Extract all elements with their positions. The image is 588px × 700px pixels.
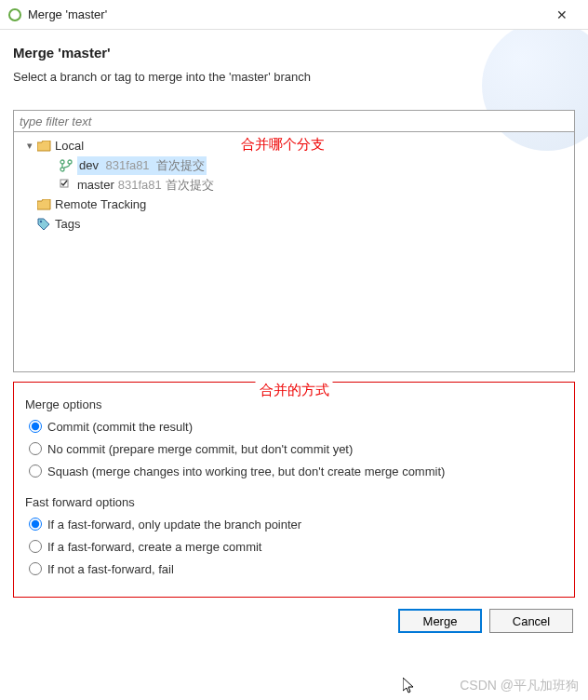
- radio-no-commit[interactable]: No commit (prepare merge commit, but don…: [25, 438, 563, 460]
- radio-ff-update-label: If a fast-forward, only update the branc…: [47, 518, 301, 532]
- tree-node-remote[interactable]: Remote Tracking: [16, 195, 572, 214]
- tree-hash-master: 831fa81: [118, 178, 162, 192]
- branch-icon: [59, 158, 74, 173]
- window-title: Merge 'master': [28, 7, 543, 21]
- svg-point-1: [60, 160, 64, 164]
- cancel-button[interactable]: Cancel: [489, 609, 573, 633]
- ff-options-label: Fast forward options: [25, 495, 563, 509]
- tree-label-dev: dev: [79, 158, 99, 172]
- radio-squash-input[interactable]: [29, 464, 42, 478]
- radio-not-ff-fail-input[interactable]: [29, 562, 42, 575]
- radio-no-commit-input[interactable]: [29, 442, 42, 455]
- radio-ff-create-commit-input[interactable]: [29, 540, 42, 553]
- merge-options-label: Merge options: [25, 397, 563, 411]
- close-button[interactable]: ✕: [543, 1, 581, 29]
- cursor-icon: [403, 678, 416, 698]
- tree-node-master[interactable]: master 831fa81 首次提交: [16, 175, 572, 195]
- chevron-down-icon[interactable]: ▾: [23, 140, 36, 152]
- radio-ff-update-input[interactable]: [29, 518, 42, 531]
- dialog-header: Merge 'master' Select a branch or tag to…: [13, 39, 575, 97]
- folder-icon: [36, 197, 51, 212]
- checked-branch-icon: [59, 178, 74, 193]
- tree-msg-dev: 首次提交: [156, 158, 205, 172]
- options-panel: 合并的方式 Merge options Commit (commit the r…: [13, 382, 575, 598]
- radio-ff-create-commit-label: If a fast-forward, create a merge commit: [47, 540, 261, 554]
- tree-label-tags: Tags: [55, 217, 80, 231]
- tree-node-dev[interactable]: dev 831fa81 首次提交: [16, 155, 572, 175]
- svg-point-5: [39, 220, 41, 222]
- radio-no-commit-label: No commit (prepare merge commit, but don…: [47, 442, 353, 456]
- filter-input[interactable]: [13, 110, 575, 132]
- tags-icon: [36, 217, 51, 232]
- annotation-which-branch: 合并哪个分支: [241, 136, 325, 154]
- radio-ff-update[interactable]: If a fast-forward, only update the branc…: [25, 513, 563, 535]
- tree-label-local: Local: [55, 139, 84, 153]
- annotation-merge-method: 合并的方式: [256, 382, 333, 399]
- app-icon: [7, 7, 22, 22]
- page-description: Select a branch or tag to merge into the…: [13, 70, 575, 84]
- page-title: Merge 'master': [13, 45, 575, 61]
- folder-icon: [36, 139, 51, 154]
- button-bar: Merge Cancel: [0, 598, 588, 644]
- radio-squash[interactable]: Squash (merge changes into working tree,…: [25, 460, 563, 482]
- tree-msg-master: 首次提交: [166, 177, 214, 194]
- tree-hash-dev: 831fa81: [106, 158, 150, 172]
- radio-commit[interactable]: Commit (commit the result): [25, 415, 563, 438]
- tree-label-master: master: [77, 178, 114, 192]
- tree-node-tags[interactable]: Tags: [16, 214, 572, 234]
- titlebar: Merge 'master' ✕: [0, 0, 588, 30]
- radio-commit-label: Commit (commit the result): [47, 420, 193, 434]
- tree-label-remote: Remote Tracking: [55, 197, 146, 211]
- radio-commit-input[interactable]: [29, 420, 42, 433]
- svg-point-0: [9, 9, 20, 20]
- svg-point-2: [68, 160, 72, 164]
- radio-squash-label: Squash (merge changes into working tree,…: [47, 464, 445, 478]
- merge-button[interactable]: Merge: [398, 609, 482, 633]
- branch-tree[interactable]: 合并哪个分支 ▾ Local dev 831fa81 首次提交 master 8…: [13, 132, 575, 372]
- radio-not-ff-fail[interactable]: If not a fast-forward, fail: [25, 558, 563, 580]
- watermark: CSDN @平凡加班狗: [460, 678, 579, 694]
- radio-not-ff-fail-label: If not a fast-forward, fail: [47, 562, 174, 576]
- svg-point-3: [60, 168, 64, 171]
- radio-ff-create-commit[interactable]: If a fast-forward, create a merge commit: [25, 535, 563, 558]
